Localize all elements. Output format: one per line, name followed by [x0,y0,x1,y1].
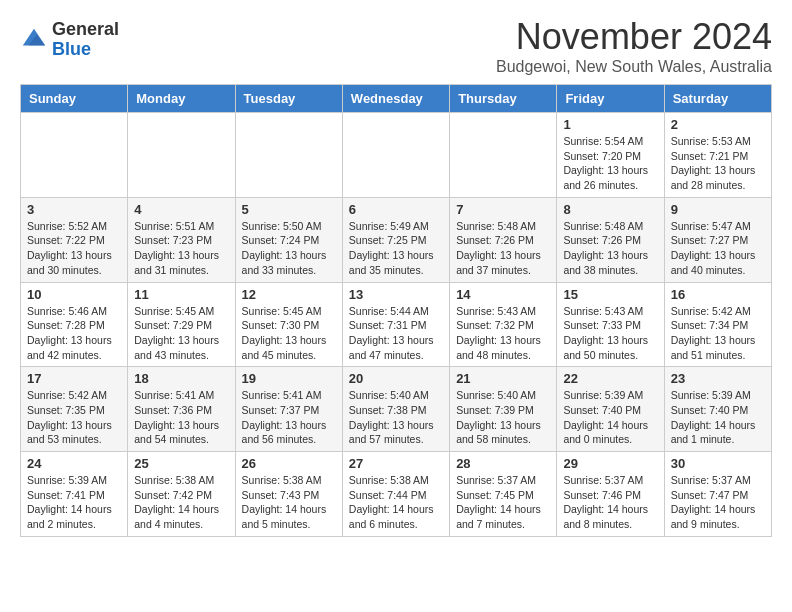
title-block: November 2024 Budgewoi, New South Wales,… [496,16,772,76]
day-number: 20 [349,371,443,386]
day-info: Sunrise: 5:37 AMSunset: 7:45 PMDaylight:… [456,473,550,532]
day-info: Sunrise: 5:45 AMSunset: 7:30 PMDaylight:… [242,304,336,363]
calendar-cell [450,113,557,198]
day-info: Sunrise: 5:42 AMSunset: 7:35 PMDaylight:… [27,388,121,447]
day-info: Sunrise: 5:50 AMSunset: 7:24 PMDaylight:… [242,219,336,278]
day-info: Sunrise: 5:38 AMSunset: 7:44 PMDaylight:… [349,473,443,532]
day-info: Sunrise: 5:41 AMSunset: 7:37 PMDaylight:… [242,388,336,447]
calendar-cell: 16Sunrise: 5:42 AMSunset: 7:34 PMDayligh… [664,282,771,367]
calendar-cell: 30Sunrise: 5:37 AMSunset: 7:47 PMDayligh… [664,452,771,537]
calendar-header-friday: Friday [557,85,664,113]
calendar-cell: 3Sunrise: 5:52 AMSunset: 7:22 PMDaylight… [21,197,128,282]
calendar-cell: 4Sunrise: 5:51 AMSunset: 7:23 PMDaylight… [128,197,235,282]
calendar-cell: 6Sunrise: 5:49 AMSunset: 7:25 PMDaylight… [342,197,449,282]
day-info: Sunrise: 5:48 AMSunset: 7:26 PMDaylight:… [563,219,657,278]
day-info: Sunrise: 5:39 AMSunset: 7:41 PMDaylight:… [27,473,121,532]
day-info: Sunrise: 5:38 AMSunset: 7:43 PMDaylight:… [242,473,336,532]
calendar-cell: 13Sunrise: 5:44 AMSunset: 7:31 PMDayligh… [342,282,449,367]
day-info: Sunrise: 5:44 AMSunset: 7:31 PMDaylight:… [349,304,443,363]
day-number: 21 [456,371,550,386]
day-number: 3 [27,202,121,217]
calendar-table: SundayMondayTuesdayWednesdayThursdayFrid… [20,84,772,537]
day-number: 23 [671,371,765,386]
day-info: Sunrise: 5:47 AMSunset: 7:27 PMDaylight:… [671,219,765,278]
calendar-cell: 14Sunrise: 5:43 AMSunset: 7:32 PMDayligh… [450,282,557,367]
day-number: 15 [563,287,657,302]
day-info: Sunrise: 5:38 AMSunset: 7:42 PMDaylight:… [134,473,228,532]
day-number: 25 [134,456,228,471]
calendar-cell: 2Sunrise: 5:53 AMSunset: 7:21 PMDaylight… [664,113,771,198]
day-info: Sunrise: 5:46 AMSunset: 7:28 PMDaylight:… [27,304,121,363]
calendar-cell: 21Sunrise: 5:40 AMSunset: 7:39 PMDayligh… [450,367,557,452]
calendar-cell: 1Sunrise: 5:54 AMSunset: 7:20 PMDaylight… [557,113,664,198]
calendar-cell [128,113,235,198]
day-number: 5 [242,202,336,217]
day-number: 24 [27,456,121,471]
calendar-cell: 29Sunrise: 5:37 AMSunset: 7:46 PMDayligh… [557,452,664,537]
day-info: Sunrise: 5:43 AMSunset: 7:33 PMDaylight:… [563,304,657,363]
calendar-cell: 24Sunrise: 5:39 AMSunset: 7:41 PMDayligh… [21,452,128,537]
day-number: 12 [242,287,336,302]
month-title: November 2024 [496,16,772,58]
day-number: 4 [134,202,228,217]
calendar-cell [342,113,449,198]
calendar-header-saturday: Saturday [664,85,771,113]
day-number: 16 [671,287,765,302]
day-info: Sunrise: 5:39 AMSunset: 7:40 PMDaylight:… [563,388,657,447]
logo-general: General [52,19,119,39]
calendar-cell [21,113,128,198]
logo: General Blue [20,20,119,60]
logo-icon [20,26,48,54]
calendar-cell: 27Sunrise: 5:38 AMSunset: 7:44 PMDayligh… [342,452,449,537]
calendar-header-monday: Monday [128,85,235,113]
day-info: Sunrise: 5:40 AMSunset: 7:39 PMDaylight:… [456,388,550,447]
calendar-cell [235,113,342,198]
day-info: Sunrise: 5:37 AMSunset: 7:47 PMDaylight:… [671,473,765,532]
day-number: 7 [456,202,550,217]
day-info: Sunrise: 5:49 AMSunset: 7:25 PMDaylight:… [349,219,443,278]
calendar-header-tuesday: Tuesday [235,85,342,113]
calendar-cell: 20Sunrise: 5:40 AMSunset: 7:38 PMDayligh… [342,367,449,452]
logo-text: General Blue [52,20,119,60]
day-number: 22 [563,371,657,386]
calendar-week-row: 1Sunrise: 5:54 AMSunset: 7:20 PMDaylight… [21,113,772,198]
calendar-cell: 22Sunrise: 5:39 AMSunset: 7:40 PMDayligh… [557,367,664,452]
calendar-cell: 19Sunrise: 5:41 AMSunset: 7:37 PMDayligh… [235,367,342,452]
day-number: 9 [671,202,765,217]
calendar-cell: 5Sunrise: 5:50 AMSunset: 7:24 PMDaylight… [235,197,342,282]
logo-blue: Blue [52,39,91,59]
day-number: 29 [563,456,657,471]
day-info: Sunrise: 5:40 AMSunset: 7:38 PMDaylight:… [349,388,443,447]
calendar-cell: 8Sunrise: 5:48 AMSunset: 7:26 PMDaylight… [557,197,664,282]
calendar-cell: 25Sunrise: 5:38 AMSunset: 7:42 PMDayligh… [128,452,235,537]
calendar-header-row: SundayMondayTuesdayWednesdayThursdayFrid… [21,85,772,113]
calendar-week-row: 17Sunrise: 5:42 AMSunset: 7:35 PMDayligh… [21,367,772,452]
day-number: 2 [671,117,765,132]
day-info: Sunrise: 5:48 AMSunset: 7:26 PMDaylight:… [456,219,550,278]
calendar-week-row: 10Sunrise: 5:46 AMSunset: 7:28 PMDayligh… [21,282,772,367]
day-number: 14 [456,287,550,302]
calendar-cell: 10Sunrise: 5:46 AMSunset: 7:28 PMDayligh… [21,282,128,367]
calendar-cell: 28Sunrise: 5:37 AMSunset: 7:45 PMDayligh… [450,452,557,537]
day-info: Sunrise: 5:45 AMSunset: 7:29 PMDaylight:… [134,304,228,363]
day-number: 10 [27,287,121,302]
day-number: 19 [242,371,336,386]
day-info: Sunrise: 5:41 AMSunset: 7:36 PMDaylight:… [134,388,228,447]
calendar-cell: 12Sunrise: 5:45 AMSunset: 7:30 PMDayligh… [235,282,342,367]
calendar-cell: 11Sunrise: 5:45 AMSunset: 7:29 PMDayligh… [128,282,235,367]
day-number: 17 [27,371,121,386]
day-number: 26 [242,456,336,471]
location-subtitle: Budgewoi, New South Wales, Australia [496,58,772,76]
calendar-cell: 17Sunrise: 5:42 AMSunset: 7:35 PMDayligh… [21,367,128,452]
calendar-cell: 15Sunrise: 5:43 AMSunset: 7:33 PMDayligh… [557,282,664,367]
calendar-header-sunday: Sunday [21,85,128,113]
day-number: 18 [134,371,228,386]
day-info: Sunrise: 5:37 AMSunset: 7:46 PMDaylight:… [563,473,657,532]
calendar-cell: 7Sunrise: 5:48 AMSunset: 7:26 PMDaylight… [450,197,557,282]
calendar-cell: 9Sunrise: 5:47 AMSunset: 7:27 PMDaylight… [664,197,771,282]
day-number: 6 [349,202,443,217]
calendar-week-row: 3Sunrise: 5:52 AMSunset: 7:22 PMDaylight… [21,197,772,282]
page-header: General Blue November 2024 Budgewoi, New… [20,16,772,76]
calendar-header-thursday: Thursday [450,85,557,113]
day-info: Sunrise: 5:43 AMSunset: 7:32 PMDaylight:… [456,304,550,363]
